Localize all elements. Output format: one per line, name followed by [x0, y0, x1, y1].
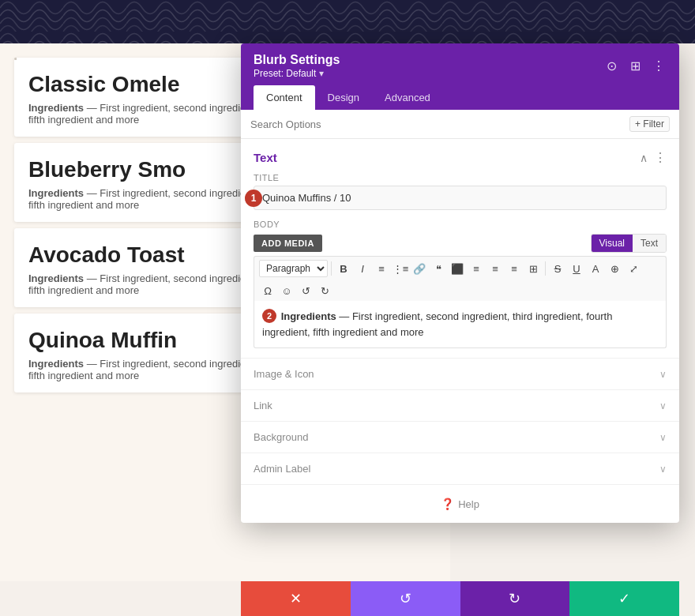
bold-button[interactable]: B [335, 260, 352, 277]
redo-editor-button[interactable]: ↻ [316, 282, 333, 299]
collapse-icon[interactable]: ∧ [640, 152, 648, 164]
background-section[interactable]: Background ∨ [241, 421, 679, 453]
tab-visual[interactable]: Visual [592, 235, 633, 252]
align-right-button[interactable]: ≡ [486, 260, 504, 277]
title-field-wrapper: 1 [254, 186, 667, 210]
blockquote-button[interactable]: ❝ [430, 260, 447, 277]
blurb-settings-panel: Blurb Settings Preset: Default ▾ ⊙ ⊞ ⋮ C… [241, 43, 679, 523]
table-button[interactable]: ⊞ [524, 260, 542, 277]
link-label: Link [254, 400, 272, 411]
panel-header: Blurb Settings Preset: Default ▾ ⊙ ⊞ ⋮ C… [241, 43, 679, 110]
tab-content[interactable]: Content [254, 85, 315, 110]
admin-label-chevron: ∨ [659, 464, 667, 475]
title-input[interactable] [254, 186, 667, 210]
step-badge-2: 2 [262, 309, 276, 323]
title-label: Title [254, 173, 667, 182]
panel-tabs: Content Design Advanced [254, 85, 667, 110]
image-icon-section[interactable]: Image & Icon ∨ [241, 358, 679, 389]
section-title-text: Text [254, 151, 277, 164]
panel-title-group: Blurb Settings Preset: Default ▾ [254, 53, 340, 79]
ol-button[interactable]: ⋮≡ [392, 260, 409, 277]
expand-button[interactable]: ⤢ [625, 260, 642, 277]
section-header-text: Text ∧ ⋮ [241, 139, 679, 173]
panel-body: Text ∧ ⋮ Title 1 Body ADD MEDIA [241, 139, 679, 523]
omega-button[interactable]: Ω [259, 282, 276, 299]
wavy-background [0, 0, 695, 43]
svg-rect-1 [0, 0, 695, 43]
redo-button[interactable]: ↻ [460, 581, 570, 616]
align-justify-button[interactable]: ≡ [505, 260, 523, 277]
align-center-button[interactable]: ≡ [468, 260, 485, 277]
panel-header-icons: ⊙ ⊞ ⋮ [603, 58, 667, 74]
settings-icon[interactable]: ⊙ [603, 58, 619, 74]
body-field: Body ADD MEDIA Visual Text Paragraph B I [241, 220, 679, 358]
help-icon: ❓ [441, 498, 454, 510]
link-button[interactable]: 🔗 [411, 260, 428, 277]
help-section: ❓ Help [241, 484, 679, 523]
link-chevron: ∨ [659, 400, 667, 411]
columns-icon[interactable]: ⊞ [627, 58, 643, 74]
align-left-button[interactable]: ⬛ [449, 260, 466, 277]
editor-toolbar-top: ADD MEDIA Visual Text [254, 234, 667, 253]
view-tabs: Visual Text [591, 234, 667, 253]
underline-button[interactable]: U [568, 260, 585, 277]
help-text[interactable]: Help [458, 498, 479, 510]
step-badge-1: 1 [245, 190, 262, 207]
panel-title: Blurb Settings [254, 53, 340, 67]
color-button[interactable]: A [587, 260, 604, 277]
editor-toolbar: Paragraph B I ≡ ⋮≡ 🔗 ❝ ⬛ ≡ ≡ ≡ ⊞ S U [254, 256, 667, 280]
section-controls: ∧ ⋮ [640, 150, 667, 165]
strikethrough-button[interactable]: S [549, 260, 566, 277]
more-button[interactable]: ⊕ [606, 260, 623, 277]
filter-button[interactable]: + Filter [629, 116, 670, 132]
admin-label-section[interactable]: Admin Label ∨ [241, 453, 679, 484]
image-icon-label: Image & Icon [254, 368, 314, 380]
section-more-icon[interactable]: ⋮ [654, 150, 667, 165]
undo-editor-button[interactable]: ↺ [297, 282, 314, 299]
toolbar-separator-2 [545, 261, 546, 276]
undo-button[interactable]: ↺ [351, 581, 460, 616]
ul-button[interactable]: ≡ [373, 260, 390, 277]
search-input[interactable] [250, 118, 629, 130]
italic-button[interactable]: I [354, 260, 371, 277]
editor-content[interactable]: 2 Ingredients — First ingredient, second… [254, 301, 667, 348]
tab-advanced[interactable]: Advanced [372, 85, 443, 110]
save-button[interactable]: ✓ [569, 581, 679, 616]
tab-design[interactable]: Design [315, 85, 372, 110]
panel-footer: ✕ ↺ ↻ ✓ [241, 581, 679, 616]
cancel-button[interactable]: ✕ [241, 581, 351, 616]
toolbar-separator-1 [331, 261, 332, 276]
link-section[interactable]: Link ∨ [241, 389, 679, 421]
editor-toolbar-row2: Ω ☺ ↺ ↻ [254, 280, 667, 301]
emoji-button[interactable]: ☺ [278, 282, 295, 299]
text-section: Text ∧ ⋮ Title 1 Body ADD MEDIA [241, 139, 679, 358]
search-bar: + Filter [241, 110, 679, 139]
background-label: Background [254, 431, 308, 443]
paragraph-select[interactable]: Paragraph [259, 260, 328, 277]
panel-preset: Preset: Default ▾ [254, 68, 340, 79]
background-chevron: ∨ [659, 432, 667, 443]
add-media-button[interactable]: ADD MEDIA [254, 235, 322, 252]
admin-label-label: Admin Label [254, 463, 310, 475]
editor-bold-text: Ingredients [281, 310, 336, 322]
more-icon[interactable]: ⋮ [651, 58, 667, 74]
tab-text[interactable]: Text [633, 235, 666, 252]
body-label: Body [254, 220, 667, 229]
title-field: Title 1 [241, 173, 679, 220]
image-icon-chevron: ∨ [659, 369, 667, 380]
